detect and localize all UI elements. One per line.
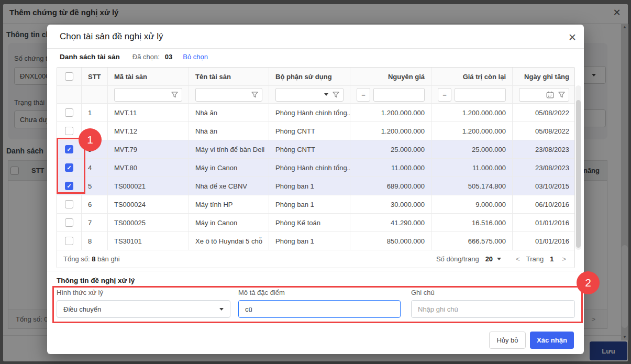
- filter-cell-6: =: [431, 86, 513, 103]
- table-row[interactable]: 3MVT.79Máy vi tính để bàn DellPhòng CNTT…: [57, 140, 574, 159]
- column-header-Giá trị còn lại: Giá trị còn lại: [431, 68, 513, 85]
- page-size-value[interactable]: 20: [485, 255, 493, 263]
- page-size-caret-icon[interactable]: [497, 258, 501, 260]
- asset-code-cell: MVT.12: [108, 122, 189, 140]
- filter-funnel-icon[interactable]: [333, 92, 339, 98]
- remaining-value-cell: 666.575.000: [431, 232, 513, 250]
- calendar-icon[interactable]: [546, 91, 554, 98]
- asset-table-header-row: STTMã tài sảnTên tài sảnBộ phận sử dụngN…: [57, 68, 574, 86]
- remaining-value-cell: 505.174.800: [431, 177, 513, 195]
- department-cell: Phòng Hành chính tổng...: [269, 104, 350, 122]
- clear-selection-link[interactable]: Bỏ chọn: [183, 53, 208, 61]
- row-checkbox[interactable]: [65, 218, 73, 227]
- table-row[interactable]: 8TS30101Xe ô tô Huyndai 5 chỗPhòng ban 1…: [57, 232, 574, 250]
- filter-date-7[interactable]: [519, 88, 569, 102]
- asset-name-cell: Máy in Canon: [189, 159, 269, 177]
- asset-code-cell: MVT.11: [108, 104, 189, 122]
- table-row[interactable]: 1MVT.11Nhà ănPhòng Hành chính tổng...1.2…: [57, 104, 574, 122]
- confirm-button[interactable]: Xác nhận: [530, 332, 574, 349]
- annotation-step-2-badge: 2: [577, 271, 600, 294]
- table-scrollbar[interactable]: [575, 85, 581, 250]
- stt-cell: 1: [82, 104, 108, 122]
- checkbox-cell: [57, 195, 82, 213]
- modal-title: Chọn tài sản đề nghị xử lý: [60, 31, 163, 42]
- selected-count-label: Đã chọn:: [132, 53, 160, 61]
- next-page-icon[interactable]: >: [560, 255, 568, 263]
- pagination: Số dòng/trang 20 < Trang 1 >: [436, 255, 568, 263]
- filter-funnel-icon[interactable]: [558, 92, 565, 98]
- filter-cell-2: [108, 86, 189, 103]
- asset-name-cell: Xe ô tô Huyndai 5 chỗ: [189, 232, 269, 250]
- asset-name-cell: Nhà để xe CBNV: [189, 177, 269, 195]
- filter-operator-6[interactable]: =: [438, 88, 451, 102]
- row-checkbox[interactable]: [65, 237, 73, 245]
- original-cost-cell: 30.000.000: [350, 195, 431, 213]
- annotation-step-1-badge: 1: [79, 128, 102, 151]
- department-cell: Phòng ban 1: [269, 195, 350, 213]
- row-checkbox[interactable]: [65, 127, 73, 135]
- checkbox-cell: [57, 122, 82, 140]
- modal-toolbar: Danh sách tài sản Đã chọn: 03 Bỏ chọn: [60, 53, 208, 61]
- filter-input-3[interactable]: [195, 88, 262, 102]
- department-cell: Phòng Hành chính tổng...: [269, 159, 350, 177]
- page-label: Trang: [526, 255, 544, 263]
- checkbox-cell: [57, 232, 82, 250]
- cancel-button[interactable]: Hủy bỏ: [489, 332, 526, 349]
- page-value: 1: [550, 255, 553, 263]
- prev-page-icon[interactable]: <: [514, 255, 522, 263]
- asset-code-cell: MVT.79: [108, 140, 189, 158]
- filter-operator-5[interactable]: =: [357, 88, 370, 102]
- original-cost-cell: 689.000.000: [350, 177, 431, 195]
- department-cell: Phòng ban 1: [269, 177, 350, 195]
- column-header-Nguyên giá: Nguyên giá: [350, 68, 431, 85]
- column-header-Tên tài sản: Tên tài sản: [189, 68, 269, 85]
- remaining-value-cell: 25.000.000: [431, 140, 513, 158]
- filter-cell-4: [269, 86, 350, 103]
- filter-cell-3: [189, 86, 269, 103]
- filter-input-5[interactable]: [373, 88, 425, 102]
- department-cell: Phòng Kế toán: [269, 214, 350, 231]
- filter-funnel-icon[interactable]: [251, 92, 258, 98]
- asset-name-cell: Nhà ăn: [189, 122, 269, 140]
- original-cost-cell: 1.200.000.000: [350, 104, 431, 122]
- asset-table-body: 1MVT.11Nhà ănPhòng Hành chính tổng...1.2…: [57, 104, 574, 250]
- filter-input-6[interactable]: [455, 88, 506, 102]
- increase-date-cell: 23/08/2023: [513, 159, 575, 177]
- increase-date-cell: 03/10/2015: [513, 177, 575, 195]
- total-value: 8: [92, 255, 95, 263]
- chevron-down-icon: [324, 93, 328, 96]
- asset-code-cell: TS30101: [108, 232, 189, 250]
- row-checkbox[interactable]: [65, 200, 73, 208]
- asset-table-filter-row: ==: [57, 86, 574, 104]
- stt-cell: 6: [82, 195, 108, 213]
- filter-select-4[interactable]: [275, 88, 344, 102]
- stt-cell: 8: [82, 232, 108, 250]
- filter-funnel-icon[interactable]: [171, 92, 178, 98]
- department-cell: Phòng CNTT: [269, 122, 350, 140]
- table-scrollbar-thumb[interactable]: [576, 100, 581, 248]
- original-cost-cell: 11.000.000: [350, 159, 431, 177]
- modal-close-icon[interactable]: ✕: [566, 31, 579, 45]
- department-cell: Phòng CNTT: [269, 140, 350, 158]
- stt-cell: 4: [82, 159, 108, 177]
- asset-name-cell: Máy vi tính để bàn Dell: [189, 140, 269, 158]
- original-cost-cell: 850.000.000: [350, 232, 431, 250]
- table-row[interactable]: 5TS000021Nhà để xe CBNVPhòng ban 1689.00…: [57, 177, 574, 195]
- modal-section-divider: [47, 271, 584, 271]
- table-row[interactable]: 7TS000025Máy in CanonPhòng Kế toán41.290…: [57, 214, 574, 232]
- row-checkbox[interactable]: [65, 108, 73, 117]
- column-header-Mã tài sản: Mã tài sản: [108, 68, 189, 85]
- increase-date-cell: 05/08/2022: [513, 122, 575, 140]
- selected-count-value: 03: [165, 53, 172, 61]
- table-row[interactable]: 2MVT.12Nhà ănPhòng CNTT1.200.000.0001.20…: [57, 122, 574, 140]
- filter-cell-5: =: [350, 86, 431, 103]
- table-row[interactable]: 6TS000024Máy tính HPPhòng ban 130.000.00…: [57, 195, 574, 214]
- select-all-checkbox[interactable]: [65, 72, 73, 81]
- increase-date-cell: 01/01/2016: [513, 214, 575, 231]
- filter-input-2[interactable]: [114, 88, 182, 102]
- table-row[interactable]: 4MVT.80Máy in CanonPhòng Hành chính tổng…: [57, 159, 574, 177]
- department-cell: Phòng ban 1: [269, 232, 350, 250]
- total-unit: bản ghi: [97, 255, 120, 263]
- column-header-checkbox: [57, 68, 82, 85]
- remaining-value-cell: 16.516.000: [431, 214, 513, 231]
